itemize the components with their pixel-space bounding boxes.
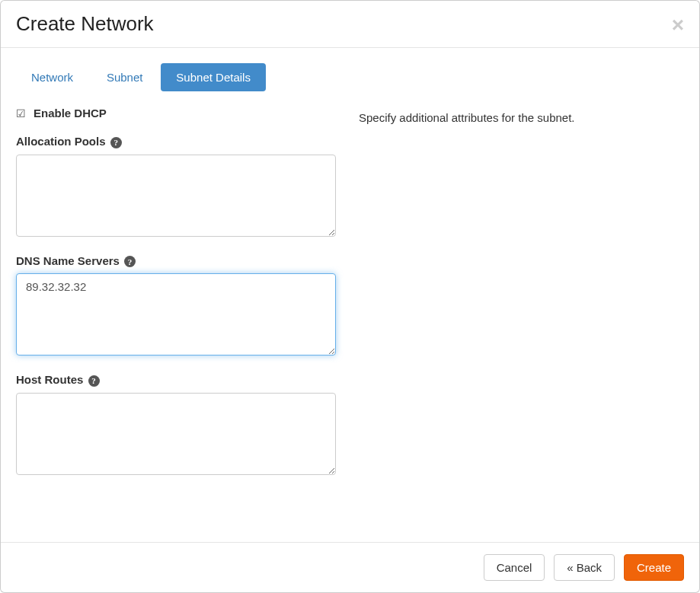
host-routes-label-text: Host Routes bbox=[16, 373, 83, 386]
back-button[interactable]: « Back bbox=[554, 554, 615, 581]
modal-footer: Cancel « Back Create bbox=[1, 542, 699, 592]
enable-dhcp-label: Enable DHCP bbox=[34, 107, 107, 120]
close-icon[interactable]: × bbox=[672, 14, 684, 36]
help-column: Specify additional attributes for the su… bbox=[359, 107, 684, 493]
dns-name-servers-label: DNS Name Servers ? bbox=[16, 254, 336, 268]
checkbox-checked-icon[interactable]: ☑ bbox=[16, 107, 26, 120]
tab-network[interactable]: Network bbox=[16, 63, 88, 91]
dns-name-servers-group: DNS Name Servers ? bbox=[16, 254, 336, 359]
allocation-pools-label: Allocation Pools ? bbox=[16, 135, 336, 148]
host-routes-label: Host Routes ? bbox=[16, 373, 336, 387]
tab-subnet[interactable]: Subnet bbox=[91, 63, 158, 91]
content-row: ☑ Enable DHCP Allocation Pools ? DNS Nam… bbox=[16, 107, 684, 493]
help-description: Specify additional attributes for the su… bbox=[359, 111, 684, 124]
allocation-pools-group: Allocation Pools ? bbox=[16, 135, 336, 239]
dns-name-servers-input[interactable] bbox=[16, 273, 336, 355]
modal-header: Create Network × bbox=[1, 1, 699, 48]
modal-title: Create Network bbox=[16, 12, 684, 36]
cancel-button[interactable]: Cancel bbox=[484, 554, 545, 581]
tab-bar: Network Subnet Subnet Details bbox=[16, 63, 684, 91]
enable-dhcp-row[interactable]: ☑ Enable DHCP bbox=[16, 107, 336, 120]
host-routes-group: Host Routes ? bbox=[16, 373, 336, 477]
tab-subnet-details[interactable]: Subnet Details bbox=[161, 63, 266, 91]
allocation-pools-input[interactable] bbox=[16, 155, 336, 237]
host-routes-input[interactable] bbox=[16, 393, 336, 475]
help-icon[interactable]: ? bbox=[88, 375, 100, 387]
form-column: ☑ Enable DHCP Allocation Pools ? DNS Nam… bbox=[16, 107, 336, 493]
help-icon[interactable]: ? bbox=[124, 256, 136, 267]
create-network-modal: Create Network × Network Subnet Subnet D… bbox=[0, 0, 700, 593]
modal-body: Network Subnet Subnet Details ☑ Enable D… bbox=[1, 48, 699, 542]
dns-name-servers-label-text: DNS Name Servers bbox=[16, 254, 120, 267]
create-button[interactable]: Create bbox=[624, 554, 684, 581]
allocation-pools-label-text: Allocation Pools bbox=[16, 135, 106, 148]
help-icon[interactable]: ? bbox=[110, 137, 122, 148]
